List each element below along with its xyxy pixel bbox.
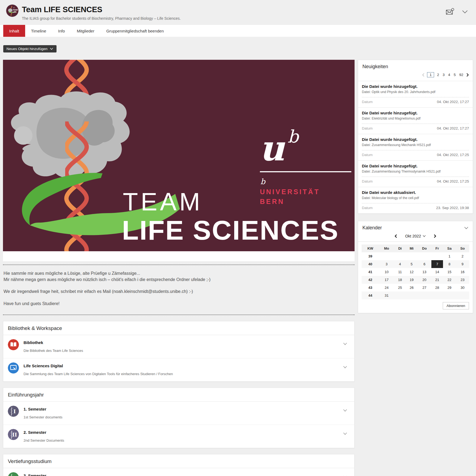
calendar-day-13[interactable]: 13 [417, 268, 431, 276]
page-header: u' TEAM LIFE Team LIFE SCIENCES The ILIA… [0, 0, 476, 21]
calendar-day-23[interactable]: 23 [456, 276, 469, 284]
tab-mitglieder[interactable]: Mitglieder [71, 25, 100, 37]
calendar-next-icon[interactable] [434, 234, 436, 238]
calendar-collapse-icon[interactable] [464, 227, 468, 229]
svg-text:u: u [259, 128, 285, 168]
list-item[interactable]: I 1. Semester 1st Semester documents [3, 402, 354, 425]
calendar-day-30[interactable]: 30 [456, 284, 469, 292]
news-date-label: Datum [362, 206, 373, 210]
news-date-value: 04. Okt 2022, 17:25 [437, 179, 469, 183]
pagination-page-3[interactable]: 3 [442, 72, 445, 77]
calendar-day-10[interactable]: 10 [379, 268, 394, 276]
add-object-button[interactable]: Neues Objekt hinzufügen [3, 45, 57, 52]
news-item-title: Die Datei wurde hinzugefügt. [362, 137, 469, 142]
calendar-day-28[interactable]: 28 [431, 284, 443, 292]
calendar-day-25[interactable]: 25 [394, 284, 406, 292]
calendar-day-24[interactable]: 24 [379, 284, 394, 292]
pagination-next-icon[interactable] [466, 73, 469, 77]
calendar-day-26[interactable]: 26 [406, 284, 417, 292]
news-item[interactable]: Die Datei wurde hinzugefügt. Datei: Opti… [358, 81, 473, 107]
calendar-day-3[interactable]: 3 [379, 260, 394, 268]
calendar-week-number: 43 [362, 284, 379, 292]
mail-member-icon[interactable] [446, 8, 454, 16]
item-description: Die Sammlung des Team Life Sciences von … [24, 372, 173, 376]
header-collapse-chevron-icon[interactable] [462, 10, 468, 15]
list-item[interactable]: Bibliothek Die Bibliothek des Team Life … [3, 335, 354, 358]
calendar-day-5[interactable]: 5 [406, 260, 417, 268]
banner-team-text: TEAM [123, 188, 203, 216]
news-date-value: 04. Okt 2022, 17:27 [437, 100, 469, 104]
calendar-prev-icon[interactable] [395, 234, 397, 238]
page-title: Team LIFE SCIENCES [22, 5, 181, 14]
tab-bar: Inhalt Timeline Info Mitglieder Gruppenm… [0, 25, 476, 37]
intro-line: Have fun und guets Studiere! [4, 301, 354, 307]
pagination-page-1[interactable]: 1 [427, 72, 434, 77]
calendar-day-22[interactable]: 22 [443, 276, 456, 284]
news-panel-title: Neuigkeiten [362, 64, 388, 70]
news-item-title: Die Datei wurde hinzugefügt. [362, 111, 469, 115]
calendar-day-29[interactable]: 29 [443, 284, 456, 292]
list-item[interactable]: Life Sciences Digital Die Sammlung des T… [3, 358, 354, 381]
calendar-day-header: Do [417, 244, 431, 252]
svg-text:UNIVERSITÄT: UNIVERSITÄT [260, 188, 320, 196]
calendar-day-4[interactable]: 4 [394, 260, 406, 268]
calendar-day-14[interactable]: 14 [431, 268, 443, 276]
news-item[interactable]: Die Datei wurde aktualisiert. Datei: Mol… [358, 187, 473, 213]
news-pagination: 1234592 [358, 71, 473, 81]
calendar-day-12[interactable]: 12 [406, 268, 417, 276]
item-actions-chevron-icon[interactable] [343, 365, 347, 370]
pagination-page-5[interactable]: 5 [453, 72, 456, 77]
news-item-file: Datei: Elektrizität und Magnetismus.pdf [362, 117, 469, 120]
separator [3, 315, 355, 315]
item-actions-chevron-icon[interactable] [343, 475, 347, 476]
intro-line: Hie sammle mir aues mögliche a Lösige, a… [4, 271, 140, 276]
intro-line: Mir nähme mega gern aues mögliche wo nüt… [4, 277, 210, 282]
calendar-day-27[interactable]: 27 [417, 284, 431, 292]
calendar-day-19[interactable]: 19 [406, 276, 417, 284]
list-item[interactable]: II 2. Semester 2nd Semester Documents [3, 425, 354, 448]
calendar-day-1[interactable]: 1 [443, 252, 456, 260]
tab-timeline[interactable]: Timeline [25, 25, 52, 37]
news-item-file: Datei: Optik und Physik des 20. Jahrhund… [362, 90, 469, 94]
calendar-day-20[interactable]: 20 [417, 276, 431, 284]
tab-info[interactable]: Info [52, 25, 71, 37]
calendar-day-11[interactable]: 11 [394, 268, 406, 276]
group-logo: u' TEAM LIFE [6, 4, 19, 17]
news-item[interactable]: Die Datei wurde hinzugefügt. Datei: Zusa… [358, 134, 473, 160]
calendar-day-31[interactable]: 31 [379, 292, 394, 299]
pagination-page-2[interactable]: 2 [437, 72, 440, 77]
news-item[interactable]: Die Datei wurde hinzugefügt. Datei: Zusa… [358, 160, 473, 187]
calendar-day-8[interactable]: 8 [443, 260, 456, 268]
calendar-month-select[interactable]: Okt 2022 [405, 234, 426, 238]
calendar-day-7[interactable]: 7 [431, 260, 443, 268]
section-title: Einführungsjahr [3, 388, 354, 402]
item-actions-chevron-icon[interactable] [343, 431, 347, 436]
section-card: Einführungsjahr I 1. Semester 1st Semest… [3, 388, 355, 448]
calendar-day-9[interactable]: 9 [456, 260, 469, 268]
list-item[interactable]: III 3. Semester 3rd Semester Documents [3, 468, 354, 476]
semester-icon: I [8, 406, 19, 417]
svg-text:b: b [287, 127, 299, 147]
news-item[interactable]: Die Datei wurde hinzugefügt. Datei: Elek… [358, 107, 473, 134]
calendar-day-16[interactable]: 16 [456, 268, 469, 276]
calendar-week-number: 41 [362, 268, 379, 276]
news-date-label: Datum [362, 179, 373, 183]
news-item-file: Datei: Zusammenfassung Thermodynamik HS2… [362, 170, 469, 173]
pagination-page-92[interactable]: 92 [459, 72, 464, 77]
item-actions-chevron-icon[interactable] [343, 342, 347, 346]
subscribe-button[interactable]: Abonnieren [443, 302, 469, 309]
calendar-day-header: Di [394, 244, 406, 252]
calendar-day-2[interactable]: 2 [456, 252, 469, 260]
calendar-day-6[interactable]: 6 [417, 260, 431, 268]
svg-text:LIFE: LIFE [13, 11, 17, 13]
semester-icon: III [8, 472, 19, 476]
tab-inhalt[interactable]: Inhalt [3, 25, 25, 37]
calendar-day-17[interactable]: 17 [379, 276, 394, 284]
calendar-day-15[interactable]: 15 [443, 268, 456, 276]
pagination-prev-icon[interactable] [422, 73, 425, 77]
item-actions-chevron-icon[interactable] [343, 408, 347, 413]
tab-gruppenmitgliedschaft-beenden[interactable]: Gruppenmitgliedschaft beenden [100, 25, 170, 37]
pagination-page-4[interactable]: 4 [448, 72, 451, 77]
calendar-day-18[interactable]: 18 [394, 276, 406, 284]
calendar-day-21[interactable]: 21 [431, 276, 443, 284]
